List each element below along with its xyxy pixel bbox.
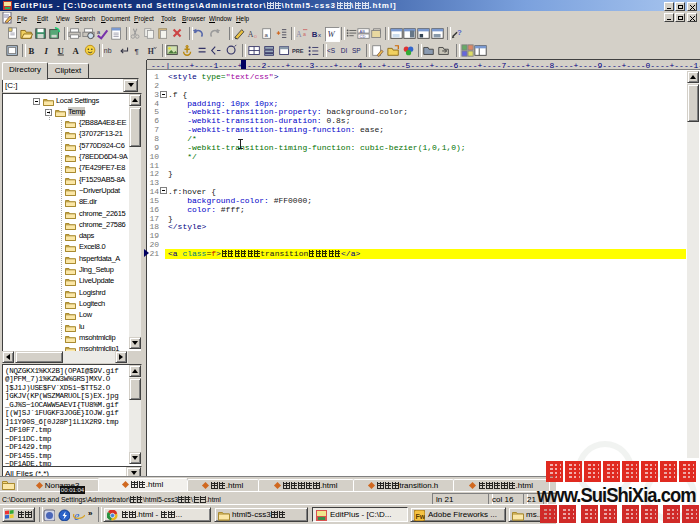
svg-text:e: e xyxy=(74,509,80,521)
svg-text:¶: ¶ xyxy=(135,47,139,56)
svg-text:SP: SP xyxy=(352,47,361,54)
svg-text:A: A xyxy=(73,46,80,56)
svg-text:U: U xyxy=(58,46,65,56)
svg-text:Fw: Fw xyxy=(416,513,426,520)
svg-text:a: a xyxy=(303,31,306,37)
svg-text:x: x xyxy=(318,31,321,38)
svg-text:?: ? xyxy=(457,28,462,37)
svg-text:DI: DI xyxy=(341,47,348,54)
svg-text:H: H xyxy=(148,47,154,56)
svg-text:nb: nb xyxy=(104,47,112,54)
svg-text:A: A xyxy=(296,30,302,39)
svg-text:a: a xyxy=(264,31,268,38)
svg-text:CD: CD xyxy=(360,34,366,39)
svg-text:B: B xyxy=(29,46,35,56)
svg-text:a: a xyxy=(97,28,101,35)
svg-text:PRE: PRE xyxy=(292,48,304,54)
svg-text:<S: <S xyxy=(327,47,336,54)
svg-text:I: I xyxy=(43,46,48,56)
svg-text:W: W xyxy=(328,29,336,39)
svg-text:o: o xyxy=(254,33,257,39)
